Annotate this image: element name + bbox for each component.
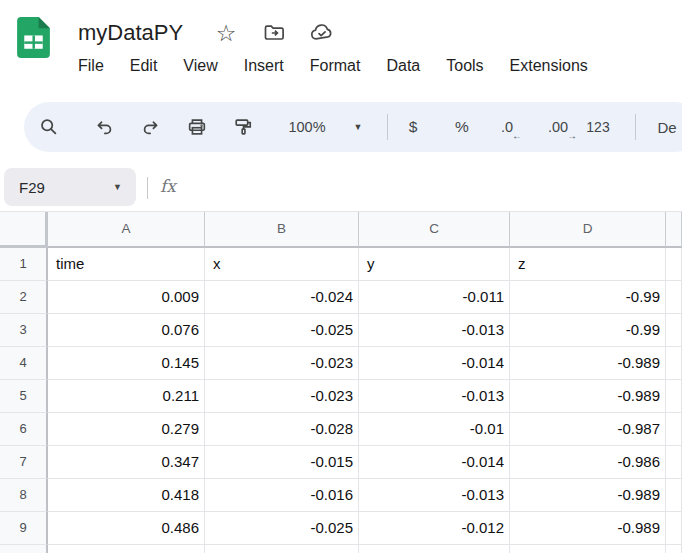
row-number[interactable]: 1	[0, 248, 48, 281]
cell[interactable]: -0.989	[510, 479, 666, 512]
cell[interactable]: -0.02	[205, 545, 359, 553]
font-select[interactable]: De	[652, 102, 682, 152]
column-header-d[interactable]: D	[510, 212, 666, 248]
cell[interactable]: z	[510, 248, 666, 281]
table-row: 60.279-0.028-0.01-0.987	[0, 413, 682, 446]
cell[interactable]: -0.023	[205, 380, 359, 413]
select-all-corner[interactable]	[0, 212, 48, 248]
cell[interactable]: -0.013	[359, 479, 510, 512]
cell[interactable]: -0.015	[205, 446, 359, 479]
menu-extensions[interactable]: Extensions	[510, 57, 588, 75]
menu-insert[interactable]: Insert	[244, 57, 284, 75]
cell[interactable]: 0.145	[48, 347, 205, 380]
cell[interactable]: -0.99	[510, 545, 666, 553]
column-header-b[interactable]: B	[205, 212, 359, 248]
cell[interactable]: 0.347	[48, 446, 205, 479]
cell[interactable]: y	[359, 248, 510, 281]
cell[interactable]	[666, 281, 682, 314]
more-formats-button[interactable]: 123	[582, 102, 614, 152]
menu-format[interactable]: Format	[310, 57, 361, 75]
cell[interactable]: 0.211	[48, 380, 205, 413]
cell[interactable]: -0.989	[510, 512, 666, 545]
row-number[interactable]: 9	[0, 512, 48, 545]
cell[interactable]: time	[48, 248, 205, 281]
column-header-e-clipped[interactable]	[666, 212, 682, 248]
cell[interactable]: 0.486	[48, 512, 205, 545]
formula-input[interactable]	[190, 168, 682, 206]
row-number[interactable]: 10	[0, 545, 48, 553]
cell[interactable]: -0.012	[359, 512, 510, 545]
cell[interactable]	[666, 347, 682, 380]
format-percent-button[interactable]: %	[452, 102, 472, 152]
row-number[interactable]: 4	[0, 347, 48, 380]
cell[interactable]	[666, 512, 682, 545]
cell[interactable]	[666, 479, 682, 512]
title-bar: myDataPY ☆	[78, 16, 357, 50]
menu-file[interactable]: File	[78, 57, 104, 75]
cell[interactable]: -0.016	[205, 479, 359, 512]
cell[interactable]: -0.011	[359, 281, 510, 314]
cell[interactable]: x	[205, 248, 359, 281]
menu-edit[interactable]: Edit	[130, 57, 158, 75]
cell[interactable]: -0.987	[510, 413, 666, 446]
cell[interactable]: -0.013	[359, 380, 510, 413]
cell[interactable]: 0.009	[48, 281, 205, 314]
row-number[interactable]: 7	[0, 446, 48, 479]
name-box[interactable]: F29 ▼	[4, 168, 136, 206]
cell[interactable]: 0.076	[48, 314, 205, 347]
cell[interactable]: -0.99	[510, 281, 666, 314]
cell[interactable]: -0.024	[205, 281, 359, 314]
cell[interactable]: -0.012	[359, 545, 510, 553]
cell[interactable]: -0.028	[205, 413, 359, 446]
name-box-caret-icon[interactable]: ▼	[113, 182, 122, 192]
table-row: 50.211-0.023-0.013-0.989	[0, 380, 682, 413]
cell[interactable]: -0.989	[510, 380, 666, 413]
sheets-logo-icon[interactable]	[17, 17, 50, 58]
cell[interactable]: 0.279	[48, 413, 205, 446]
cell[interactable]	[666, 545, 682, 553]
cell[interactable]: -0.025	[205, 512, 359, 545]
increase-decimal-button[interactable]: .00→	[543, 102, 573, 152]
menu-tools[interactable]: Tools	[446, 57, 483, 75]
cloud-saved-icon[interactable]	[309, 20, 335, 46]
row-number[interactable]: 8	[0, 479, 48, 512]
row-number[interactable]: 5	[0, 380, 48, 413]
cell[interactable]: -0.989	[510, 347, 666, 380]
cell[interactable]: -0.986	[510, 446, 666, 479]
formula-bar-divider	[147, 177, 148, 199]
doc-title[interactable]: myDataPY	[78, 20, 183, 46]
print-icon[interactable]	[185, 102, 209, 152]
cell[interactable]: -0.013	[359, 314, 510, 347]
cell[interactable]	[666, 380, 682, 413]
cell[interactable]: -0.014	[359, 446, 510, 479]
table-row: 30.076-0.025-0.013-0.99	[0, 314, 682, 347]
cell[interactable]: -0.99	[510, 314, 666, 347]
cell[interactable]: 0.418	[48, 479, 205, 512]
redo-icon[interactable]	[138, 102, 162, 152]
zoom-caret-icon[interactable]: ▼	[350, 102, 366, 152]
cell[interactable]	[666, 413, 682, 446]
row-number[interactable]: 3	[0, 314, 48, 347]
search-icon[interactable]	[37, 102, 61, 152]
format-currency-button[interactable]: $	[405, 102, 421, 152]
decrease-decimal-button[interactable]: .0←	[495, 102, 519, 152]
paint-format-icon[interactable]	[232, 102, 256, 152]
cell[interactable]: -0.023	[205, 347, 359, 380]
cell[interactable]: -0.014	[359, 347, 510, 380]
cell[interactable]	[666, 446, 682, 479]
column-header-a[interactable]: A	[48, 212, 205, 248]
cell[interactable]	[666, 248, 682, 281]
cell[interactable]: -0.025	[205, 314, 359, 347]
move-to-folder-icon[interactable]	[261, 20, 287, 46]
undo-icon[interactable]	[93, 102, 117, 152]
cell[interactable]	[666, 314, 682, 347]
zoom-select[interactable]: 100%	[286, 102, 328, 152]
cell[interactable]: 0.552	[48, 545, 205, 553]
menu-data[interactable]: Data	[386, 57, 420, 75]
row-number[interactable]: 2	[0, 281, 48, 314]
star-icon[interactable]: ☆	[213, 20, 239, 46]
row-number[interactable]: 6	[0, 413, 48, 446]
cell[interactable]: -0.01	[359, 413, 510, 446]
menu-view[interactable]: View	[183, 57, 217, 75]
column-header-c[interactable]: C	[359, 212, 510, 248]
